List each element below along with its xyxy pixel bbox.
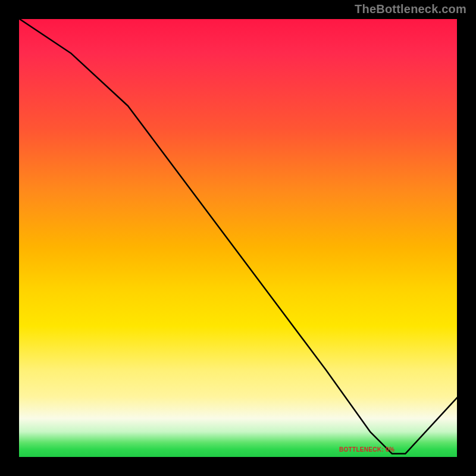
chart-canvas: TheBottleneck.com BOTTLENECK: 0% — [0, 0, 476, 476]
watermark-text: TheBottleneck.com — [355, 2, 466, 16]
chart-frame: BOTTLENECK: 0% — [18, 18, 458, 458]
curve-path — [18, 18, 458, 454]
bottleneck-zero-label: BOTTLENECK: 0% — [339, 446, 394, 453]
bottleneck-curve — [18, 18, 458, 458]
plot-area: BOTTLENECK: 0% — [18, 18, 458, 458]
